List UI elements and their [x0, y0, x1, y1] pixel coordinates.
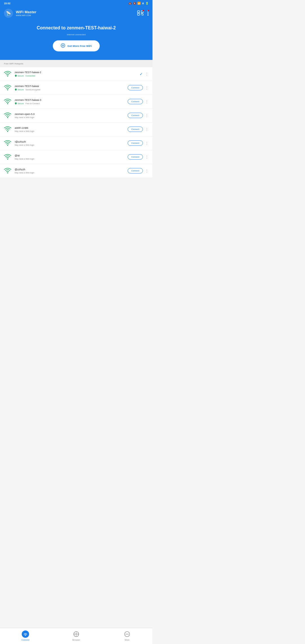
svg-point-20: [7, 117, 8, 118]
wifi-meta: Secure Connected: [15, 75, 136, 77]
wifi-actions: Connect ⋮: [128, 140, 149, 146]
wifi-actions: Connect ⋮: [128, 154, 149, 160]
wifi-signal-icon: [4, 126, 11, 133]
wifi-network-item: zenmen-TEST-haiwai Secure Saved,encrypte…: [0, 81, 152, 95]
wifi-network-item: 🔒 zenmen-TEST-haiwai-2 Secure Connected …: [0, 67, 152, 81]
svg-point-13: [147, 14, 149, 16]
wifi-info: zenmen-TEST-haiwai-2 Secure Connected: [15, 71, 136, 77]
svg-point-22: [7, 145, 8, 146]
header-title: WiFi Master WWW.WiFi.COM: [16, 10, 36, 17]
wifi-signal-icon: [4, 98, 11, 105]
wifi-status: Connected: [25, 75, 35, 77]
svg-point-24: [7, 172, 8, 173]
network-more-button[interactable]: ⋮: [145, 72, 149, 76]
get-wifi-icon: [61, 43, 65, 49]
svg-point-23: [7, 158, 8, 160]
wifi-signal-icon: [4, 154, 11, 160]
connect-button[interactable]: Connect: [128, 127, 143, 132]
secure-badge: Secure: [15, 102, 24, 105]
wifi-actions: Connect ⋮: [128, 99, 149, 104]
app-url: WWW.WiFi.COM: [16, 14, 31, 16]
wifi-name: @W: [15, 154, 124, 157]
svg-point-12: [147, 12, 149, 14]
wifi-info: aWiFi-2AB6 May need a Web login: [15, 127, 124, 132]
wifi-meta: Secure Saved,encrypted: [15, 88, 124, 91]
wifi-meta: May need a Web login: [15, 116, 124, 118]
wifi-signal-icon: [4, 167, 11, 174]
wifi-status: May need a Web login: [15, 158, 34, 160]
header-right: [137, 10, 149, 16]
wifi-network-item: zenmen-open-5.0 May need a Web login Con…: [0, 109, 152, 123]
header-left: 📡 WiFi Master WWW.WiFi.COM: [4, 9, 36, 18]
wifi-network-item: zenmen-TEST-haiwai-3 Secure Free to Conn…: [0, 95, 152, 109]
connect-button[interactable]: Connect: [128, 140, 143, 146]
status-icons: 🔇 🔇 📶 🖥 🔋: [128, 2, 149, 5]
wifi-status: May need a Web login: [15, 172, 34, 174]
mute-icon: 🔇: [128, 2, 132, 5]
wifi-signal-icon: [4, 140, 11, 147]
network-more-button[interactable]: ⋮: [145, 169, 149, 173]
network-more-button[interactable]: ⋮: [145, 114, 149, 118]
wifi-name: zenmen-TEST-haiwai-3: [15, 99, 124, 101]
wifi-network-item: aWiFi-2AB6 May need a Web login Connect …: [0, 123, 152, 136]
network-more-button[interactable]: ⋮: [145, 100, 149, 104]
connect-button[interactable]: Connect: [128, 154, 143, 160]
connect-button[interactable]: Connect: [128, 168, 143, 173]
svg-point-15: [63, 46, 63, 47]
svg-rect-3: [138, 11, 140, 13]
wifi-status: Free to Connect: [25, 103, 40, 105]
wifi-status: May need a Web login: [15, 144, 34, 146]
connected-checkmark: ✓: [140, 72, 143, 76]
wifi-network-item: @zzhzzh May need a Web login Connect ⋮: [0, 164, 152, 178]
wifi-icon: 📶: [137, 2, 141, 5]
connected-section: Connected to zenmen-TEST-haiwai-2 Intern…: [0, 20, 152, 60]
get-wifi-label: Get More Free WiFi: [67, 44, 92, 47]
menu-notification-dot: [148, 10, 149, 11]
wifi-name: @zzhzzh: [15, 168, 124, 171]
wifi-info: zenmen-TEST-haiwai-3 Secure Free to Conn…: [15, 99, 124, 105]
svg-text:🔒: 🔒: [8, 77, 10, 77]
wifi-meta: May need a Web login: [15, 172, 124, 174]
network-more-button[interactable]: ⋮: [145, 127, 149, 131]
wifi-name: aWiFi-2AB6: [15, 127, 124, 129]
wifi-network-item: !@zzhzzh May need a Web login Connect ⋮: [0, 136, 152, 150]
wifi-meta: Secure Free to Connect: [15, 102, 124, 105]
secure-badge: Secure: [15, 88, 24, 91]
network-more-button[interactable]: ⋮: [145, 141, 149, 145]
wifi-name: zenmen-TEST-haiwai: [15, 85, 124, 88]
app-name: WiFi Master: [16, 10, 36, 14]
status-bar: 15:02 🔇 🔇 📶 🖥 🔋: [0, 0, 152, 6]
svg-rect-5: [138, 13, 140, 15]
hotspot-section-header: Free WiFi Hotspots: [0, 60, 152, 67]
network-more-button[interactable]: ⋮: [145, 86, 149, 90]
wifi-signal-icon: [4, 112, 11, 119]
wifi-info: !@zzhzzh May need a Web login: [15, 140, 124, 146]
wifi-list: 🔒 zenmen-TEST-haiwai-2 Secure Connected …: [0, 67, 152, 178]
connected-subtitle: Internet connected: [4, 33, 149, 36]
overflow-menu-button[interactable]: [147, 10, 149, 16]
wifi-name: !@zzhzzh: [15, 140, 124, 143]
wifi-actions: Connect ⋮: [128, 168, 149, 173]
network-more-button[interactable]: ⋮: [145, 155, 149, 159]
connect-button[interactable]: Connect: [128, 99, 143, 104]
connect-button[interactable]: Connect: [128, 113, 143, 118]
wifi-actions: Connect ⋮: [128, 113, 149, 118]
wifi-actions: Connect ⋮: [128, 127, 149, 132]
wifi-actions: Connect ⋮: [128, 85, 149, 90]
wifi-info: @W May need a Web login: [15, 154, 124, 160]
wifi-meta: May need a Web login: [15, 144, 124, 146]
app-header: 📡 WiFi Master WWW.WiFi.COM: [0, 6, 152, 20]
screen-icon: 🖥: [142, 2, 144, 5]
svg-point-21: [7, 131, 8, 132]
wifi-info: zenmen-TEST-haiwai Secure Saved,encrypte…: [15, 85, 124, 91]
wifi-actions: ✓ ⋮: [140, 72, 149, 76]
mute-icon: 🔇: [133, 2, 136, 5]
status-time: 15:02: [4, 2, 10, 5]
svg-text:🔇: 🔇: [128, 2, 132, 5]
wifi-signal-icon: 🔒: [4, 71, 11, 77]
get-more-wifi-button[interactable]: Get More Free WiFi: [53, 40, 100, 51]
connected-title: Connected to zenmen-TEST-haiwai-2: [4, 25, 149, 31]
scan-notification-dot: [143, 10, 144, 11]
scan-qr-button[interactable]: [137, 10, 143, 16]
connect-button[interactable]: Connect: [128, 85, 143, 90]
